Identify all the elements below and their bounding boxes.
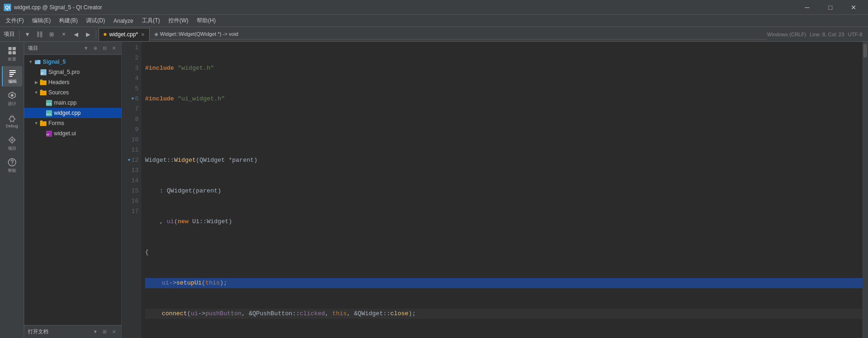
code-text[interactable]: #include "widget.h" #include "ui_widget.… (141, 42, 862, 338)
tree-item-pro[interactable]: pr Signal_5.pro (24, 67, 121, 77)
line-num-10: 10 (122, 135, 139, 145)
sidebar-label-edit: 编辑 (8, 79, 17, 85)
maximize-button[interactable]: □ (820, 1, 841, 14)
close-button[interactable]: ✕ (843, 1, 864, 14)
tree-item-forms[interactable]: ▼ Forms (24, 118, 121, 128)
menu-help[interactable]: 帮助(H) (193, 16, 219, 26)
tree-header-buttons: ▼ ⊕ ⊟ ✕ (82, 45, 118, 52)
tree-close-btn[interactable]: ✕ (110, 45, 118, 52)
svg-rect-7 (9, 72, 16, 73)
line-num-6: ▼6 (122, 94, 139, 104)
project-tree-title: 项目 (28, 45, 38, 52)
menu-tools[interactable]: 工具(T) (138, 16, 164, 26)
tree-leaf-ui (39, 131, 45, 136)
line-num-14: 14 (122, 176, 139, 186)
line-num-8: 8 (122, 114, 139, 125)
tree-label-pro: Signal_5.pro (48, 69, 80, 75)
toolbar: 项目 ▼ ⛓ ⊞ ✕ ◀ ▶ widget.cpp* ✕ ◆ Widget::W… (0, 27, 868, 42)
sidebar-label-help: 帮助 (8, 168, 16, 174)
menu-build[interactable]: 构建(B) (55, 16, 81, 26)
nav-forward-button[interactable]: ▶ (82, 29, 93, 40)
tree-leaf-main (39, 100, 45, 106)
nav-split-button[interactable]: ⊞ (46, 29, 57, 40)
minimize-button[interactable]: ─ (796, 1, 818, 14)
sidebar-item-debug[interactable]: Debug (2, 111, 22, 131)
line-num-9: 9 (122, 125, 139, 135)
sidebar-label-project: 项目 (8, 146, 16, 152)
tree-item-headers[interactable]: ▶ Headers (24, 77, 121, 87)
tree-leaf-pro (33, 69, 39, 75)
sidebar-label-welcome: 欢迎 (8, 56, 16, 62)
toolbar-separator (19, 30, 20, 39)
tree-bottom: 打开文档 ▼ ⊞ ✕ (24, 325, 121, 338)
line-num-13: 13 (122, 166, 139, 176)
code-content[interactable]: 1 2 3 4 5 ▼6 7 8 9 10 11 ▼12 13 14 15 16… (122, 42, 868, 338)
tree-bottom-btn2[interactable]: ⊞ (101, 328, 108, 336)
project-icon (34, 59, 41, 65)
sidebar-item-project[interactable]: 项目 (2, 133, 22, 153)
menu-controls[interactable]: 控件(W) (165, 16, 192, 26)
tree-collapse-btn[interactable]: ⊟ (101, 45, 108, 52)
sidebar-item-design[interactable]: 设计 (2, 88, 22, 109)
line-num-16: 16 (122, 196, 139, 206)
line-num-15: 15 (122, 186, 139, 196)
tree-label-widget-ui: widget.ui (54, 130, 76, 137)
tab-widget-cpp[interactable]: widget.cpp* ✕ (99, 28, 150, 41)
svg-rect-4 (8, 51, 12, 54)
menu-edit[interactable]: 编辑(E) (28, 16, 54, 26)
scrollbar-right[interactable] (862, 42, 868, 338)
line-num-2: 2 (122, 53, 139, 63)
svg-text:pr: pr (41, 72, 44, 74)
code-editor-panel: 1 2 3 4 5 ▼6 7 8 9 10 11 ▼12 13 14 15 16… (122, 42, 868, 338)
tree-filter-btn[interactable]: ▼ (82, 45, 90, 52)
menu-file[interactable]: 文件(F) (2, 16, 27, 26)
line-num-3: 3 (122, 63, 139, 73)
tab-close-button[interactable]: ✕ (141, 32, 145, 37)
line-num-11: 11 (122, 145, 139, 155)
project-tree-header: 项目 ▼ ⊕ ⊟ ✕ (24, 42, 121, 55)
sources-folder-icon (40, 89, 46, 96)
code-line-4: Widget::Widget(QWidget *parent) (145, 155, 862, 166)
nav-chain-button[interactable]: ⛓ (34, 29, 45, 40)
tree-label-main-cpp: main.cpp (54, 99, 77, 106)
tree-label-widget-cpp: widget.cpp (54, 110, 80, 116)
tree-arrow-headers: ▶ (33, 80, 39, 85)
breadcrumb-bar: ◆ Widget::Widget(QWidget *) -> void (151, 29, 767, 40)
menu-debug[interactable]: 调试(D) (82, 16, 109, 26)
nav-back-button[interactable]: ◀ (70, 29, 81, 40)
tree-item-widget-ui[interactable]: ui widget.ui (24, 128, 121, 139)
svg-text:Qt: Qt (5, 5, 11, 10)
code-line-9: connect(ui->pushButton, &QPushButton::cl… (145, 309, 862, 319)
sidebar-item-help[interactable]: 帮助 (2, 155, 22, 176)
nav-prev-button[interactable]: ▼ (22, 29, 33, 40)
tree-item-root[interactable]: ▼ Signal_5 (24, 57, 121, 67)
tree-bottom-btn3[interactable]: ✕ (110, 328, 118, 336)
code-line-6: , ui(new Ui::Widget) (145, 217, 862, 227)
tree-label-sources: Sources (48, 89, 69, 96)
toolbar-separator-2 (96, 30, 96, 39)
tree-bottom-btn1[interactable]: ▼ (92, 328, 99, 336)
tree-sync-btn[interactable]: ⊕ (92, 45, 99, 52)
line-num-1: 1 (122, 43, 139, 53)
svg-point-13 (11, 139, 13, 141)
svg-rect-2 (8, 47, 12, 50)
code-line-7: { (145, 247, 862, 258)
cpp-file-icon-widget: c++ (46, 110, 52, 116)
activity-bar: 欢迎 编辑 设计 Debug (0, 42, 24, 338)
svg-rect-6 (9, 70, 16, 71)
tree-item-sources[interactable]: ▼ Sources (24, 87, 121, 98)
tab-label: widget.cpp* (109, 31, 138, 38)
sidebar-item-edit[interactable]: 编辑 (2, 66, 22, 86)
menu-bar: 文件(F) 编辑(E) 构建(B) 调试(D) Analyze 工具(T) 控件… (0, 15, 868, 27)
open-docs-label[interactable]: 打开文档 (28, 328, 48, 335)
tree-item-main-cpp[interactable]: c++ main.cpp (24, 98, 121, 108)
sidebar-item-welcome[interactable]: 欢迎 (2, 44, 22, 64)
menu-analyze[interactable]: Analyze (110, 17, 137, 25)
tree-item-widget-cpp[interactable]: c++ widget.cpp (24, 108, 121, 118)
nav-close-button[interactable]: ✕ (58, 29, 69, 40)
ui-file-icon: ui (46, 130, 52, 137)
tree-label-forms: Forms (48, 120, 64, 126)
svg-rect-5 (13, 51, 16, 54)
svg-text:c++: c++ (46, 113, 52, 115)
encoding-indicator: UTF-8 (848, 32, 862, 37)
